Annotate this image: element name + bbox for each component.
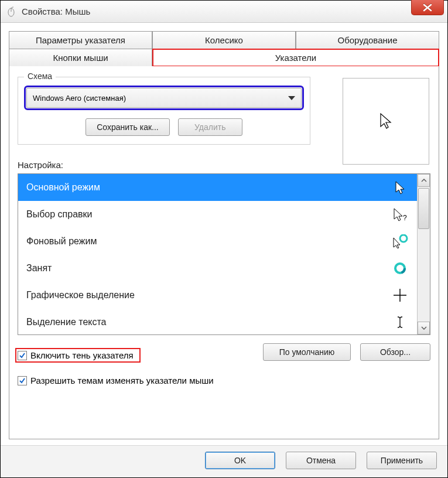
mouse-properties-dialog: Свойства: Мышь Параметры указателя Колес… (0, 0, 448, 478)
svg-point-3 (400, 235, 407, 242)
cursor-preview (343, 78, 429, 165)
close-button[interactable] (411, 0, 444, 15)
use-default-button[interactable]: По умолчанию (263, 343, 351, 361)
enable-shadow-checkbox-row[interactable]: Включить тень указателя (18, 350, 138, 360)
mouse-icon (5, 6, 17, 18)
precision-cursor-icon (391, 288, 409, 302)
window-title: Свойства: Мышь (22, 6, 90, 16)
scroll-thumb[interactable] (418, 188, 429, 229)
list-item[interactable]: Основной режим (18, 174, 417, 201)
list-item[interactable]: Фоновый режим (18, 228, 417, 255)
dialog-content: Параметры указателя Колесико Оборудовани… (1, 23, 447, 445)
tab-strip: Параметры указателя Колесико Оборудовани… (9, 31, 439, 66)
scheme-selected-value: Windows Aero (системная) (33, 94, 126, 103)
text-cursor-icon (391, 315, 409, 329)
tab-pointers[interactable]: Указатели (152, 49, 439, 67)
arrow-help-cursor-icon: ? (391, 207, 409, 221)
titlebar: Свойства: Мышь (1, 1, 447, 23)
ok-button[interactable]: OK (205, 452, 275, 469)
arrow-busy-cursor-icon (391, 234, 409, 248)
busy-cursor-icon (391, 262, 409, 275)
save-as-button[interactable]: Сохранить как... (86, 118, 169, 136)
arrow-cursor-icon (379, 112, 393, 130)
list-item[interactable]: Графическое выделение (18, 282, 417, 309)
tab-panel-pointers: Схема Windows Aero (системная) Сохранить… (9, 66, 439, 439)
scroll-track[interactable] (418, 187, 430, 322)
cursor-list[interactable]: Основной режим Выбор справки ? (18, 174, 417, 334)
tab-hardware[interactable]: Оборудование (296, 31, 439, 49)
scroll-up-button[interactable] (418, 174, 430, 187)
browse-button[interactable]: Обзор... (360, 343, 430, 361)
list-item[interactable]: Занят (18, 255, 417, 282)
tab-pointer-options[interactable]: Параметры указателя (9, 31, 152, 49)
scrollbar[interactable] (417, 174, 430, 334)
delete-scheme-button: Удалить (178, 118, 242, 136)
apply-button[interactable]: Применить (367, 452, 437, 469)
tab-wheel[interactable]: Колесико (152, 31, 296, 49)
scheme-legend: Схема (24, 71, 56, 81)
scroll-down-button[interactable] (418, 322, 430, 334)
list-item[interactable]: Выбор справки ? (18, 201, 417, 228)
arrow-cursor-icon (391, 180, 409, 194)
cancel-button[interactable]: Отмена (286, 452, 356, 469)
list-item[interactable]: Выделение текста (18, 309, 417, 334)
tab-buttons[interactable]: Кнопки мыши (9, 49, 152, 67)
dialog-button-bar: OK Отмена Применить (1, 445, 447, 477)
chevron-down-icon (288, 96, 295, 100)
allow-themes-checkbox-row[interactable]: Разрешить темам изменять указатели мыши (18, 375, 214, 385)
cursor-listbox: Основной режим Выбор справки ? (18, 173, 430, 335)
scheme-dropdown[interactable]: Windows Aero (системная) (26, 88, 302, 108)
scheme-fieldset: Схема Windows Aero (системная) Сохранить… (18, 77, 310, 145)
checkbox[interactable] (18, 351, 27, 360)
svg-text:?: ? (403, 214, 407, 221)
checkbox[interactable] (18, 376, 27, 385)
